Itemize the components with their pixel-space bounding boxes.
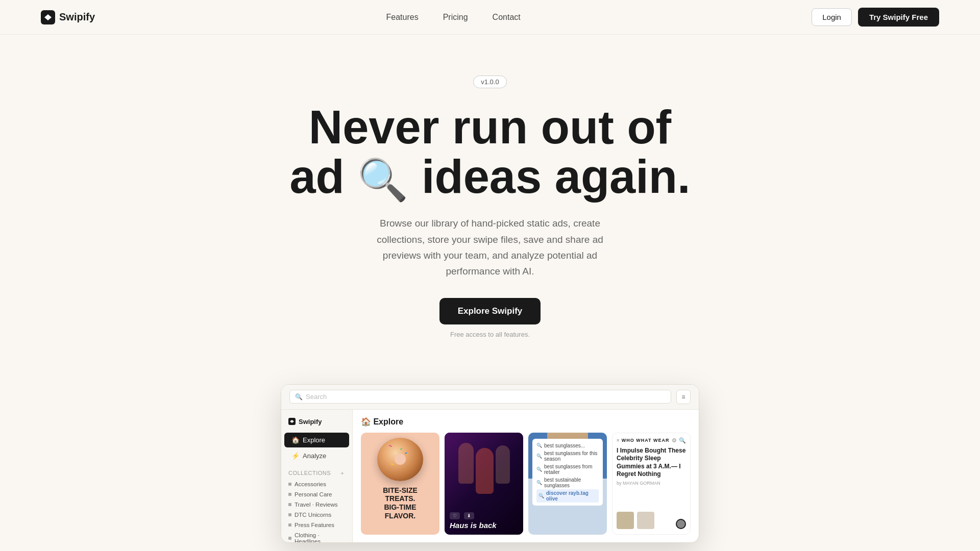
explore-heading: 🏠 Explore	[361, 417, 691, 427]
magnify-emoji: 🔍	[357, 160, 408, 201]
filter-button[interactable]: ≡	[676, 390, 691, 404]
nav-actions: Login Try Swipify Free	[812, 8, 939, 27]
app-body: Swipify 🏠 Explore ⚡ Analyze Collections …	[281, 410, 699, 542]
hero-title: Never run out of ad 🔍 ideas again.	[289, 103, 690, 201]
ad-card-donut[interactable]: BITE-SIZE TREATS. BIG-TIME FLAVOR.	[361, 433, 439, 535]
nav-features[interactable]: Features	[386, 13, 419, 21]
collection-travel[interactable]: Travel · Reviews	[281, 499, 352, 510]
collection-dtc[interactable]: DTC Unicorns	[281, 510, 352, 520]
search-placeholder: Search	[306, 393, 327, 400]
collection-dot	[288, 513, 291, 516]
explore-button[interactable]: Explore Swipify	[439, 298, 541, 324]
logo-icon	[41, 10, 55, 24]
hero-subtitle: Browse our library of hand-picked static…	[357, 215, 623, 279]
collection-dot	[288, 483, 291, 486]
wwwear-header: ≡ WHO WHAT WEAR ⚙ 🔍	[617, 437, 686, 444]
filter-icon: ≡	[681, 393, 685, 400]
wwwear-brand: WHO WHAT WEAR	[622, 438, 670, 443]
wwwear-thumb-1	[617, 512, 634, 529]
wwwear-author: by MAYAN GORMAN	[617, 481, 686, 486]
ad-card-party[interactable]: Haus is back ♡ ⬇	[445, 433, 523, 535]
party-figures	[445, 443, 523, 494]
search-icon: 🔍	[295, 393, 303, 400]
app-toolbar: 🔍 Search ≡	[281, 385, 699, 410]
app-window: 🔍 Search ≡ Swipify 🏠 Exp	[281, 384, 699, 543]
search-item-2: 🔍 best sunglasses from retailer	[536, 463, 599, 476]
sprinkle	[405, 453, 407, 455]
search-dropdown: 🔍 best sunglasses... 🔍 best sunglasses f…	[532, 439, 603, 506]
action-btn[interactable]: ♡	[450, 512, 460, 519]
sidebar-logo-icon	[288, 418, 296, 425]
collection-dot	[288, 523, 291, 527]
collection-press[interactable]: Press Features	[281, 520, 352, 530]
donut-ad-text: BITE-SIZE TREATS. BIG-TIME FLAVOR.	[379, 486, 422, 520]
ad-grid: BITE-SIZE TREATS. BIG-TIME FLAVOR.	[361, 433, 691, 542]
navbar: Swipify Features Pricing Contact Login T…	[0, 0, 980, 35]
sidebar-item-explore[interactable]: 🏠 Explore	[284, 433, 349, 447]
login-button[interactable]: Login	[812, 8, 852, 26]
app-preview: 🔍 Search ≡ Swipify 🏠 Exp	[0, 369, 980, 543]
sidebar-brand: Swipify	[281, 416, 352, 432]
action-btn[interactable]: ⬇	[464, 512, 474, 519]
donut-hole	[395, 454, 406, 465]
app-sidebar: Swipify 🏠 Explore ⚡ Analyze Collections …	[281, 410, 353, 542]
search-item-1: 🔍 best sunglasses for this season	[536, 449, 599, 463]
wwwear-article-title: I Impulse Bought These Celebrity Sleep G…	[617, 447, 686, 479]
wwwear-avatar	[676, 519, 686, 529]
analyze-icon: ⚡	[291, 452, 300, 460]
collection-accessories[interactable]: Accessories	[281, 479, 352, 489]
search-dropdown-container: 🔍 best sunglasses... 🔍 best sunglasses f…	[532, 437, 603, 506]
version-badge: v1.0.0	[473, 76, 506, 88]
wwwear-thumbnails	[617, 512, 654, 529]
nav-contact[interactable]: Contact	[493, 13, 521, 21]
logo[interactable]: Swipify	[41, 10, 95, 24]
wwwear-actions: ⚙ 🔍	[672, 437, 686, 444]
donut-visual-wrap	[361, 438, 439, 481]
collection-dot	[288, 503, 291, 506]
collections-label: Collections ＋	[281, 464, 352, 479]
explore-icon: 🏠	[291, 436, 300, 444]
search-item-0: 🔍 best sunglasses...	[536, 442, 599, 449]
add-collection-icon[interactable]: ＋	[339, 469, 346, 477]
sprinkle	[400, 448, 402, 450]
collection-clothing[interactable]: Clothing · Headlines	[281, 530, 352, 543]
nav-pricing[interactable]: Pricing	[443, 13, 468, 21]
sprinkle	[391, 463, 394, 465]
ad-card-search[interactable]: 🔍 best sunglasses... 🔍 best sunglasses f…	[528, 433, 607, 535]
collection-dot	[288, 493, 291, 496]
collection-dot	[288, 537, 291, 540]
hero-section: v1.0.0 Never run out of ad 🔍 ideas again…	[0, 35, 980, 369]
donut-circle	[377, 438, 423, 481]
search-item-3: 🔍 best sustainable sunglasses	[536, 476, 599, 489]
wwwear-thumb-2	[637, 512, 654, 529]
nav-links: Features Pricing Contact	[386, 13, 521, 22]
sprinkle	[388, 444, 391, 447]
search-item-4: 🔍 discover rayb.tag olive	[536, 489, 599, 503]
app-search-bar[interactable]: 🔍 Search	[289, 390, 671, 404]
party-text: Haus is back	[450, 521, 518, 530]
ad-card-article[interactable]: ≡ WHO WHAT WEAR ⚙ 🔍 I Impulse Bought The…	[612, 433, 691, 535]
try-free-button[interactable]: Try Swipify Free	[858, 8, 939, 27]
logo-text: Swipify	[59, 11, 95, 23]
free-access-text: Free access to all features.	[450, 331, 530, 338]
collection-personal-care[interactable]: Personal Care	[281, 489, 352, 499]
card-actions: ♡ ⬇	[450, 512, 474, 519]
sidebar-item-analyze[interactable]: ⚡ Analyze	[284, 448, 349, 463]
app-main: 🏠 Explore	[353, 410, 699, 542]
